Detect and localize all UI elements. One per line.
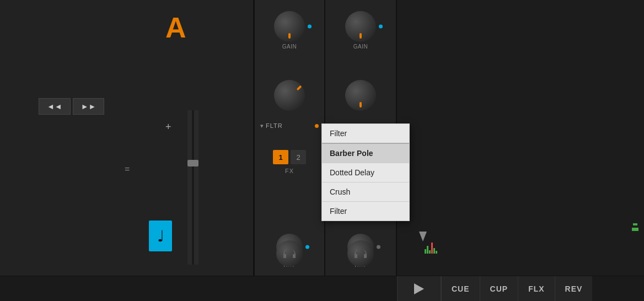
eq-knob-right-container: [345, 80, 376, 111]
bottom-bar-right: CUE CUP FLX REV: [0, 276, 644, 302]
dropdown-item-dotted-delay[interactable]: Dotted Delay: [322, 163, 409, 182]
gain-knob-left[interactable]: [274, 11, 305, 42]
headphone-icon-right[interactable]: [347, 240, 374, 267]
green-indicator: [632, 218, 638, 233]
dropdown-item-crush[interactable]: Crush: [322, 182, 409, 202]
fltr-dot: [315, 124, 319, 128]
rev-button[interactable]: REV: [555, 276, 593, 302]
gain-label-right: GAIN: [353, 44, 368, 50]
fader-track: [192, 110, 194, 265]
fader-area: [187, 110, 198, 265]
fltr-section: ▾ FLTR: [255, 118, 324, 133]
bottom-bar: CUE CUP FLX REV: [0, 276, 644, 301]
bar-2: [427, 246, 428, 254]
bar-6: [436, 251, 437, 254]
fltr-arrow-icon: ▾: [260, 122, 264, 130]
fx-buttons: 1 2: [273, 150, 306, 164]
key-dot-blue-left: [305, 245, 309, 249]
fltr-label[interactable]: FLTR: [266, 122, 315, 129]
fx-button-2[interactable]: 2: [291, 150, 306, 164]
dropdown-item-filter-header[interactable]: Filter: [322, 124, 409, 144]
filter-knob-left-container: [274, 80, 305, 111]
headphone-svg-right: [353, 248, 368, 260]
forward-button[interactable]: ►►: [73, 98, 105, 115]
dropdown-item-filter[interactable]: Filter: [322, 202, 409, 221]
dropdown-item-barber-pole[interactable]: Barber Pole: [322, 144, 409, 163]
bar-4: [431, 243, 433, 254]
flx-button[interactable]: FLX: [518, 276, 554, 302]
bar-1: [425, 249, 426, 254]
gain-dot-blue-left: [308, 25, 312, 29]
svg-rect-1: [632, 228, 638, 231]
plus-button[interactable]: +: [165, 121, 171, 133]
main-container: A ◄◄ ►► + = ♩ 4 8 > ACTIVE ▲: [0, 0, 644, 301]
fx-section: 1 2 FX: [255, 150, 324, 174]
gain-knob-right[interactable]: [345, 11, 376, 42]
filter-knob-left[interactable]: [274, 80, 305, 111]
bar-3: [429, 250, 431, 254]
headphone-icon-left[interactable]: [276, 240, 303, 267]
rewind-button[interactable]: ◄◄: [39, 98, 71, 115]
right-area: SYNC MASTER: [397, 0, 644, 276]
dropdown-menu: Filter Barber Pole Dotted Delay Crush Fi…: [321, 123, 410, 221]
channel-label-a: A: [165, 11, 186, 44]
transport-buttons: ◄◄ ►►: [39, 98, 104, 115]
gain-label-left: GAIN: [282, 44, 297, 50]
eq-knob-right[interactable]: [345, 80, 376, 111]
cup-button[interactable]: CUP: [480, 276, 518, 302]
note-symbol: ♩: [157, 227, 164, 245]
fader-handle[interactable]: [187, 160, 198, 166]
headphone-svg-left: [282, 248, 297, 260]
gain-knob-right-container: GAIN: [345, 11, 376, 50]
fx-label: FX: [285, 168, 294, 174]
gain-knob-left-container: GAIN: [274, 11, 305, 50]
note-icon[interactable]: ♩: [149, 221, 172, 251]
gain-dot-blue-right: [379, 25, 383, 29]
left-panel: A ◄◄ ►► + = ♩ 4 8 > ACTIVE ▲: [0, 0, 254, 301]
equals-sign: =: [125, 164, 130, 174]
play-button-bottom[interactable]: [397, 276, 441, 302]
cue-button[interactable]: CUE: [441, 276, 480, 302]
bar-5: [433, 248, 435, 254]
spectrum-bars: [425, 237, 437, 254]
channel-strip-left: GAIN ▾ FLTR 1 2 FX K: [254, 0, 325, 301]
fx-button-1[interactable]: 1: [273, 150, 288, 164]
play-triangle-icon: [414, 283, 424, 294]
svg-rect-2: [633, 223, 637, 225]
